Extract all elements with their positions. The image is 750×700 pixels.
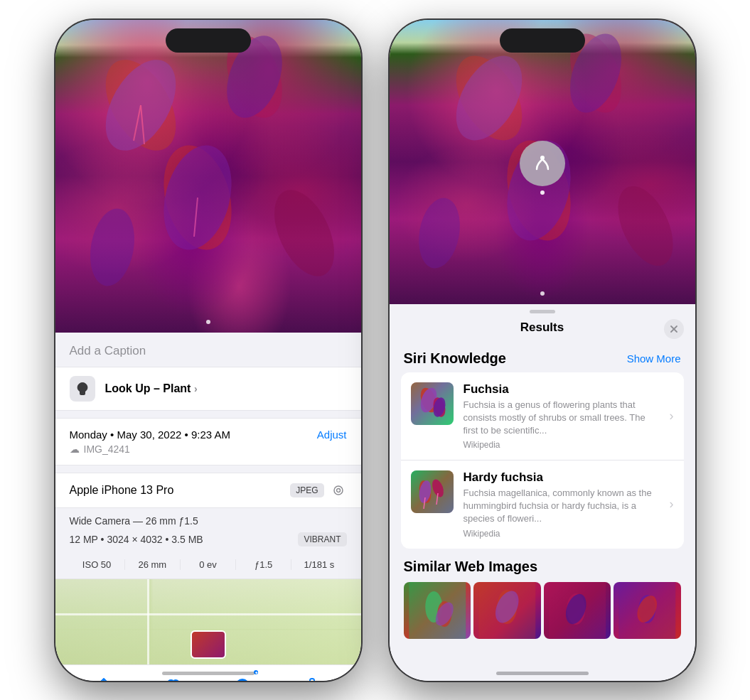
knowledge-item-hardy[interactable]: Hardy fuchsia Fuchsia magellanica, commo… [401, 461, 684, 549]
left-phone-screen: Add a Caption Look Up – Plant › [55, 20, 361, 681]
photo-info-panel[interactable]: Add a Caption Look Up – Plant › [55, 333, 361, 681]
map-road-v [147, 579, 149, 664]
lookup-row[interactable]: Look Up – Plant › [55, 367, 361, 411]
similar-title: Similar Web Images [404, 559, 681, 575]
show-more-button[interactable]: Show More [627, 352, 681, 365]
fuchsia-chevron: › [670, 409, 674, 424]
pager-indicator-right [540, 291, 545, 296]
dynamic-island [166, 28, 251, 53]
exif-aperture: ƒ1.5 [236, 559, 291, 570]
similar-img-3[interactable] [544, 582, 611, 639]
device-row: Apple iPhone 13 Pro JPEG [55, 473, 361, 508]
exif-focal: 26 mm [125, 559, 181, 570]
similar-img-1[interactable] [404, 582, 471, 639]
hardy-chevron: › [670, 497, 674, 512]
svg-point-29 [540, 156, 545, 160]
home-indicator-right [496, 672, 589, 675]
camera-detail: Wide Camera — 26 mm ƒ1.5 [55, 508, 361, 529]
fuchsia-name: Fuchsia [464, 382, 660, 397]
similar-images [404, 582, 681, 639]
results-panel: Results Siri Knowledge Show More [390, 304, 695, 681]
knowledge-item-fuchsia[interactable]: Fuchsia Fuchsia is a genus of flowering … [401, 372, 684, 461]
meta-section: Monday • May 30, 2022 • 9:23 AM Adjust ☁… [55, 418, 361, 465]
date-time: Monday • May 30, 2022 • 9:23 AM [70, 429, 230, 441]
lookup-icon [70, 376, 95, 402]
fuchsia-text: Fuchsia Fuchsia is a genus of flowering … [464, 382, 660, 451]
fuchsia-source: Wikipedia [464, 440, 660, 450]
svg-point-6 [262, 181, 345, 285]
fuchsia-thumbnail [411, 382, 454, 425]
hardy-text: Hardy fuchsia Fuchsia magellanica, commo… [464, 470, 660, 539]
svg-point-13 [336, 488, 340, 492]
map-section[interactable] [55, 579, 361, 664]
photo-hero-right[interactable] [390, 20, 695, 304]
svg-point-27 [606, 178, 684, 274]
exif-row: ISO 50 26 mm 0 ev ƒ1.5 1/181 s [55, 554, 361, 579]
filename: IMG_4241 [84, 443, 130, 455]
device-name: Apple iPhone 13 Pro [70, 484, 174, 497]
right-phone: Results Siri Knowledge Show More [390, 20, 695, 681]
knowledge-card: Fuchsia Fuchsia is a genus of flowering … [401, 372, 684, 549]
photo-detail-view: Add a Caption Look Up – Plant › [55, 20, 361, 681]
hardy-name: Hardy fuchsia [464, 470, 660, 485]
svg-rect-37 [411, 470, 454, 513]
svg-point-22 [442, 44, 535, 151]
exif-ev: 0 ev [181, 559, 236, 570]
gear-icon[interactable] [330, 482, 347, 499]
siri-knowledge-header: Siri Knowledge Show More [390, 340, 695, 372]
caption-placeholder[interactable]: Add a Caption [70, 344, 146, 357]
vibrant-badge: VIBRANT [298, 532, 346, 546]
left-phone: Add a Caption Look Up – Plant › [55, 20, 361, 681]
results-header: Results [390, 313, 695, 340]
siri-dot [540, 190, 545, 195]
caption-area[interactable]: Add a Caption [55, 333, 361, 367]
fuchsia-desc: Fuchsia is a genus of flowering plants t… [464, 399, 660, 438]
hardy-source: Wikipedia [464, 529, 660, 539]
pager-indicator [206, 320, 210, 324]
lookup-view: Results Siri Knowledge Show More [390, 20, 695, 681]
hardy-thumbnail [411, 470, 454, 513]
siri-knowledge-title: Siri Knowledge [404, 350, 506, 367]
svg-point-7 [84, 205, 139, 289]
exif-iso: ISO 50 [70, 559, 125, 570]
similar-img-4[interactable] [614, 582, 681, 639]
photo-hero[interactable] [55, 20, 361, 333]
svg-point-11 [80, 387, 82, 389]
lookup-label[interactable]: Look Up – Plant › [105, 382, 198, 395]
device-section: Apple iPhone 13 Pro JPEG Wide Camera [55, 473, 361, 579]
device-badges: JPEG [290, 482, 346, 499]
similar-img-2[interactable] [473, 582, 541, 639]
share-button[interactable] [88, 670, 119, 681]
svg-point-28 [413, 194, 465, 271]
siri-bubble [520, 141, 565, 186]
filename-row: ☁ IMG_4241 [70, 443, 347, 455]
delete-button[interactable] [296, 670, 328, 681]
results-close-button[interactable] [664, 319, 684, 339]
right-phone-screen: Results Siri Knowledge Show More [390, 20, 695, 681]
hardy-desc: Fuchsia magellanica, commonly known as t… [464, 487, 660, 526]
similar-section: Similar Web Images [390, 549, 695, 645]
adjust-button[interactable]: Adjust [317, 429, 347, 441]
cloud-icon: ☁ [70, 443, 80, 455]
dynamic-island-right [500, 28, 585, 53]
results-content[interactable]: Siri Knowledge Show More [390, 340, 695, 681]
camera-specs: 12 MP • 3024 × 4032 • 3.5 MB VIBRANT [55, 529, 361, 554]
svg-point-12 [334, 486, 343, 495]
results-title: Results [520, 321, 564, 335]
map-photo-thumb [191, 630, 226, 659]
format-badge: JPEG [290, 483, 323, 497]
home-indicator [162, 672, 255, 675]
map-road-h [55, 613, 361, 615]
specs-text: 12 MP • 3024 × 4032 • 3.5 MB [70, 534, 203, 545]
exif-shutter: 1/181 s [291, 559, 346, 570]
